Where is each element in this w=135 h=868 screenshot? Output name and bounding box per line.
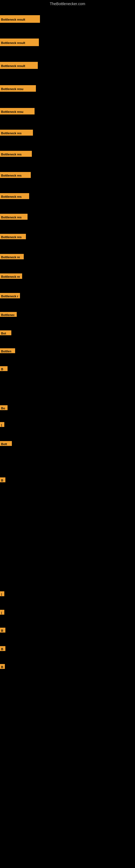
bar-label-14: Bottlenec — [0, 312, 17, 317]
bar-label-13: Bottleneck r — [0, 293, 20, 299]
bar-label-7: Bottleneck res — [0, 172, 31, 178]
bar-row-11: Bottleneck re — [0, 254, 24, 259]
bar-label-21: B — [0, 477, 5, 482]
bar-label-0: Bottleneck result — [0, 15, 40, 23]
bar-row-7: Bottleneck res — [0, 172, 31, 178]
bar-label-6: Bottleneck res — [0, 151, 32, 157]
bar-label-26: B — [0, 664, 5, 669]
bar-label-8: Bottleneck res — [0, 193, 29, 199]
bar-row-26: B — [0, 664, 5, 669]
bar-row-17: B — [0, 366, 8, 371]
bar-label-11: Bottleneck re — [0, 254, 24, 259]
bar-row-6: Bottleneck res — [0, 151, 32, 157]
bar-label-24: B — [0, 628, 5, 632]
bar-label-2: Bottleneck result — [0, 62, 38, 69]
bar-row-9: Bottleneck res — [0, 214, 28, 220]
bar-label-12: Bottleneck re — [0, 273, 22, 279]
bar-row-24: B — [0, 628, 5, 632]
bar-label-4: Bottleneck resu — [0, 108, 35, 115]
bar-label-3: Bottleneck resu — [0, 85, 36, 92]
bar-row-4: Bottleneck resu — [0, 108, 35, 115]
bar-row-13: Bottleneck r — [0, 293, 20, 299]
bar-row-16: Bottlen — [0, 348, 15, 353]
bar-label-15: Bot — [0, 330, 11, 335]
bar-row-5: Bottleneck res — [0, 130, 33, 135]
bar-row-25: B — [0, 646, 5, 651]
bar-row-10: Bottleneck res — [0, 234, 26, 239]
bar-label-17: B — [0, 366, 8, 371]
bar-label-5: Bottleneck res — [0, 130, 33, 135]
bar-label-16: Bottlen — [0, 348, 15, 353]
bar-row-19: | — [0, 422, 4, 427]
bar-label-10: Bottleneck res — [0, 234, 26, 239]
bar-label-23: | — [0, 610, 4, 615]
bar-row-23: | — [0, 610, 4, 615]
bar-label-20: Bott — [0, 441, 12, 446]
bar-row-12: Bottleneck re — [0, 273, 22, 279]
bar-row-18: Bo — [0, 405, 8, 410]
bar-row-15: Bot — [0, 330, 11, 335]
bar-row-14: Bottlenec — [0, 312, 17, 317]
bar-row-3: Bottleneck resu — [0, 85, 36, 92]
site-title: TheBottlenecker.com — [0, 0, 135, 7]
bar-row-22: | — [0, 591, 4, 596]
bar-label-9: Bottleneck res — [0, 214, 28, 220]
bar-row-1: Bottleneck result — [0, 38, 39, 46]
bar-row-20: Bott — [0, 441, 12, 446]
bar-row-21: B — [0, 477, 5, 482]
bar-label-19: | — [0, 422, 4, 427]
bar-label-22: | — [0, 591, 4, 596]
bar-row-0: Bottleneck result — [0, 15, 40, 23]
bar-row-8: Bottleneck res — [0, 193, 29, 199]
bar-label-18: Bo — [0, 405, 8, 410]
bar-label-1: Bottleneck result — [0, 38, 39, 46]
bar-label-25: B — [0, 646, 5, 651]
bar-row-2: Bottleneck result — [0, 62, 38, 69]
